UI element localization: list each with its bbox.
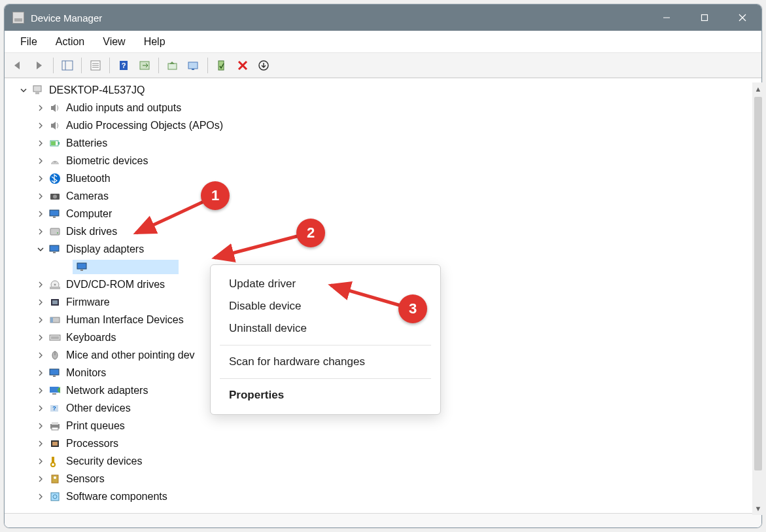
- svg-rect-27: [53, 217, 56, 218]
- svg-rect-32: [77, 263, 86, 269]
- tree-category-label: Biometric devices: [66, 156, 148, 166]
- chevron-right-icon[interactable]: [35, 226, 46, 238]
- app-icon: [12, 12, 24, 24]
- tree-category[interactable]: Bluetooth: [9, 169, 761, 187]
- svg-rect-54: [52, 427, 58, 430]
- chevron-right-icon[interactable]: [35, 296, 46, 308]
- disc-icon: [48, 278, 62, 291]
- chevron-right-icon[interactable]: [35, 491, 46, 503]
- svg-rect-36: [50, 287, 60, 289]
- svg-rect-49: [52, 393, 56, 395]
- tree-category[interactable]: Display adapters: [9, 240, 761, 258]
- svg-rect-4: [62, 61, 73, 70]
- chevron-right-icon[interactable]: [35, 314, 46, 326]
- scroll-track[interactable]: [752, 96, 764, 502]
- tree-category[interactable]: Disk drives: [9, 222, 761, 240]
- minimize-button[interactable]: [648, 5, 686, 31]
- chevron-right-icon[interactable]: [35, 190, 46, 202]
- chevron-right-icon[interactable]: [35, 173, 46, 185]
- scroll-down-icon[interactable]: ▼: [752, 502, 764, 515]
- enable-device-button[interactable]: [212, 56, 232, 75]
- chevron-right-icon[interactable]: [35, 402, 46, 414]
- disable-device-button[interactable]: [233, 56, 252, 75]
- annotation-badge-2: 2: [296, 219, 325, 247]
- uninstall-device-button[interactable]: [254, 56, 273, 75]
- svg-text:?: ?: [122, 62, 126, 69]
- tree-category[interactable]: Audio inputs and outputs: [9, 99, 761, 116]
- svg-rect-30: [50, 245, 59, 251]
- tree-category[interactable]: Cameras: [9, 187, 761, 205]
- close-button[interactable]: [723, 5, 761, 31]
- chevron-right-icon[interactable]: [35, 438, 46, 450]
- tree-category[interactable]: Print queues: [9, 417, 761, 434]
- back-button[interactable]: [9, 56, 28, 75]
- vertical-scrollbar[interactable]: ▲ ▼: [752, 82, 764, 515]
- maximize-button[interactable]: [686, 5, 723, 31]
- scroll-thumb[interactable]: [754, 97, 762, 470]
- tree-category[interactable]: Processors: [9, 434, 761, 452]
- tree-category[interactable]: Audio Processing Objects (APOs): [9, 116, 761, 134]
- tree-category[interactable]: Batteries: [9, 134, 761, 152]
- chevron-right-icon[interactable]: [35, 385, 46, 397]
- tree-category-label: Firmware: [66, 297, 110, 308]
- show-hide-tree-button[interactable]: [58, 56, 77, 75]
- tree-category-label: Display adapters: [66, 244, 144, 255]
- tree-category[interactable]: Sensors: [9, 470, 761, 488]
- chevron-right-icon[interactable]: [35, 155, 46, 167]
- tree-category[interactable]: Software components: [9, 488, 761, 505]
- svg-rect-21: [58, 142, 60, 145]
- tree-category-label: Computer: [66, 209, 112, 219]
- context-menu: Update driverDisable deviceUninstall dev…: [210, 264, 441, 415]
- tree-category[interactable]: Security devices: [9, 452, 761, 470]
- properties-button[interactable]: [86, 56, 105, 75]
- svg-rect-46: [50, 369, 59, 375]
- tree-category-label: Sensors: [66, 474, 105, 484]
- chevron-down-icon[interactable]: [18, 84, 29, 96]
- svg-rect-15: [192, 69, 194, 70]
- chevron-right-icon[interactable]: [35, 120, 46, 132]
- help-button[interactable]: ?: [114, 56, 133, 75]
- menu-view[interactable]: View: [94, 33, 134, 50]
- tree-category[interactable]: Computer: [9, 205, 761, 222]
- chevron-right-icon[interactable]: [35, 455, 46, 467]
- svg-point-60: [54, 476, 56, 479]
- computer-icon: [31, 84, 45, 97]
- chevron-right-icon[interactable]: [35, 102, 46, 114]
- tree-category-label: Audio inputs and outputs: [66, 103, 181, 113]
- context-menu-separator: [220, 345, 431, 346]
- tree-root[interactable]: DESKTOP-4L537JQ: [9, 81, 761, 99]
- menu-help[interactable]: Help: [135, 33, 175, 50]
- titlebar: Device Manager: [5, 5, 761, 31]
- scan-hardware-button[interactable]: [184, 56, 203, 75]
- svg-rect-1: [702, 15, 708, 21]
- chevron-right-icon[interactable]: [35, 367, 46, 379]
- tree-category-label: Disk drives: [66, 226, 117, 237]
- monitor-icon: [75, 260, 90, 274]
- chevron-right-icon[interactable]: [35, 137, 46, 149]
- tree-category-label: Audio Processing Objects (APOs): [66, 120, 223, 131]
- context-menu-item[interactable]: Update driver: [211, 273, 440, 295]
- chevron-right-icon[interactable]: [35, 332, 46, 344]
- chevron-right-icon[interactable]: [35, 208, 46, 220]
- svg-rect-41: [50, 335, 60, 340]
- chevron-right-icon[interactable]: [35, 420, 46, 432]
- sensor-icon: [48, 472, 62, 486]
- window-title: Device Manager: [31, 12, 102, 24]
- forward-button[interactable]: [29, 56, 49, 75]
- chevron-down-icon[interactable]: [35, 243, 46, 255]
- menu-file[interactable]: File: [11, 33, 46, 50]
- context-menu-separator: [220, 378, 431, 379]
- chevron-right-icon[interactable]: [35, 473, 46, 485]
- toolbar: ?: [5, 53, 761, 78]
- context-menu-item[interactable]: Scan for hardware changes: [211, 351, 440, 373]
- context-menu-item[interactable]: Properties: [211, 384, 440, 406]
- tree-category[interactable]: Biometric devices: [9, 152, 761, 169]
- action-button[interactable]: [135, 56, 154, 75]
- update-driver-button[interactable]: [163, 56, 183, 75]
- chevron-right-icon[interactable]: [35, 349, 46, 361]
- svg-point-35: [54, 283, 56, 285]
- scroll-up-icon[interactable]: ▲: [752, 82, 764, 96]
- chevron-right-icon[interactable]: [35, 279, 46, 291]
- menu-action[interactable]: Action: [46, 33, 94, 50]
- svg-rect-53: [52, 422, 58, 425]
